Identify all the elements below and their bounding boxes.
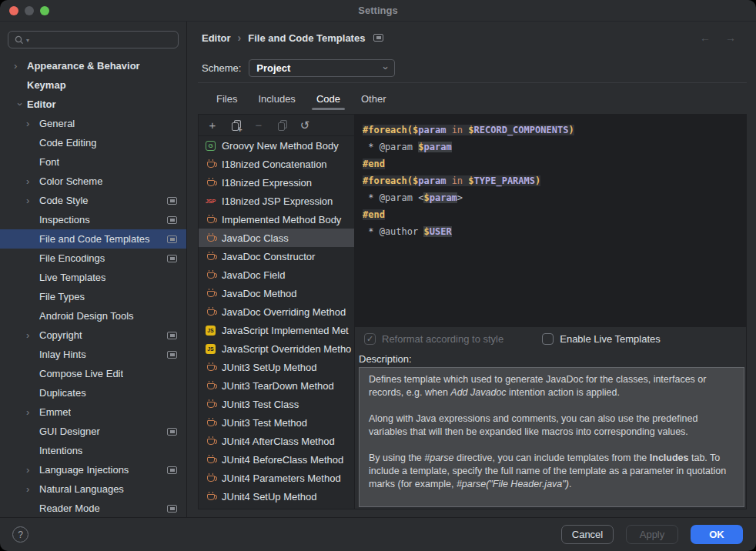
groovy-file-icon: G — [205, 141, 216, 151]
template-list-item[interactable]: Implemented Method Body — [199, 210, 354, 229]
sidebar-item-file-types[interactable]: File Types — [0, 287, 186, 306]
sidebar-item-language-injections[interactable]: ›Language Injections — [0, 460, 186, 479]
search-icon — [14, 35, 25, 45]
sidebar-item-inlay-hints[interactable]: Inlay Hints — [0, 345, 186, 364]
chevron-right-icon[interactable]: › — [26, 195, 39, 205]
settings-sidebar: ▾ ›Appearance & BehaviorKeymap›Editor›Ge… — [0, 22, 187, 517]
java-file-icon — [205, 382, 216, 389]
template-list-item[interactable]: JUnit3 Test Class — [199, 395, 354, 413]
ok-button[interactable]: OK — [691, 525, 743, 544]
breadcrumb-editor[interactable]: Editor — [202, 32, 231, 44]
live-templates-checkbox[interactable] — [542, 333, 554, 345]
tab-files[interactable]: Files — [216, 83, 237, 114]
chevron-right-icon[interactable]: › — [26, 330, 39, 340]
footer: ? Cancel Apply OK — [0, 517, 756, 551]
add-icon[interactable]: + — [206, 119, 219, 132]
template-list-item[interactable]: JavaDoc Field — [199, 265, 354, 284]
monitor-icon — [167, 197, 177, 205]
sidebar-item-inspections[interactable]: Inspections — [0, 210, 186, 229]
tab-other[interactable]: Other — [361, 83, 386, 114]
template-list-item[interactable]: JavaDoc Class — [199, 229, 354, 247]
sidebar-item-label: Code Style — [39, 195, 89, 206]
sidebar-item-color-scheme[interactable]: ›Color Scheme — [0, 172, 186, 191]
sidebar-item-file-and-code-templates[interactable]: File and Code Templates — [0, 229, 186, 249]
search-history-chevron-icon[interactable]: ▾ — [26, 38, 29, 44]
revert-icon[interactable]: ↺ — [299, 119, 311, 132]
template-list-item-label: JUnit4 SetUp Method — [222, 491, 317, 503]
sidebar-item-code-editing[interactable]: Code Editing — [0, 133, 186, 152]
monitor-icon — [373, 34, 383, 42]
cancel-button[interactable]: Cancel — [561, 525, 614, 544]
search-input[interactable] — [31, 35, 172, 45]
chevron-right-icon[interactable]: › — [26, 484, 39, 494]
monitor-icon — [167, 332, 177, 339]
sidebar-item-font[interactable]: Font — [0, 152, 186, 172]
sidebar-item-live-templates[interactable]: Live Templates — [0, 268, 186, 287]
template-list-item[interactable]: JUnit3 Test Method — [199, 413, 354, 432]
template-list-item[interactable]: JavaDoc Method — [199, 284, 354, 302]
help-icon[interactable]: ? — [12, 526, 28, 543]
template-code-editor[interactable]: #foreach($param in $RECORD_COMPONENTS) *… — [355, 115, 746, 327]
template-list-item[interactable]: JavaDoc Constructor — [199, 247, 354, 265]
template-list-item[interactable]: JUnit3 TearDown Method — [199, 376, 354, 395]
chevron-right-icon[interactable]: › — [26, 465, 39, 475]
back-arrow-icon[interactable]: ← — [700, 32, 711, 44]
template-list-item[interactable]: JavaDoc Overriding Method — [199, 302, 354, 321]
chevron-right-icon[interactable]: › — [26, 407, 39, 417]
sidebar-item-label: Editor — [27, 99, 56, 110]
sidebar-item-intentions[interactable]: Intentions — [0, 441, 186, 460]
template-list-item[interactable]: I18nized Concatenation — [199, 155, 354, 173]
java-file-icon — [205, 456, 216, 463]
java-file-icon — [205, 161, 216, 168]
minimize-window-icon[interactable] — [25, 6, 34, 15]
sidebar-item-file-encodings[interactable]: File Encodings — [0, 249, 186, 268]
template-list-item[interactable]: JUnit4 Parameters Method — [199, 469, 354, 487]
sidebar-item-label: Natural Languages — [39, 483, 124, 495]
tab-includes[interactable]: Includes — [258, 83, 295, 114]
sidebar-item-reader-mode[interactable]: Reader Mode — [0, 499, 186, 517]
scheme-value: Project — [256, 62, 384, 74]
code-line: * @param $param — [363, 139, 738, 155]
sidebar-item-general[interactable]: ›General — [0, 114, 186, 133]
template-list-item[interactable]: GGroovy New Method Body — [199, 136, 354, 155]
sidebar-item-appearance-behavior[interactable]: ›Appearance & Behavior — [0, 56, 186, 75]
sidebar-item-compose-live-edit[interactable]: Compose Live Edit — [0, 364, 186, 383]
sidebar-item-gui-designer[interactable]: GUI Designer — [0, 422, 186, 441]
template-list-item[interactable]: JSJavaScript Overridden Metho — [199, 339, 354, 358]
sidebar-item-natural-languages[interactable]: ›Natural Languages — [0, 479, 186, 499]
sidebar-item-emmet[interactable]: ›Emmet — [0, 402, 186, 422]
template-list-item-label: JUnit3 Test Class — [222, 399, 299, 410]
template-list-item[interactable]: I18nized Expression — [199, 173, 354, 192]
java-file-icon — [205, 309, 216, 316]
sidebar-item-keymap[interactable]: Keymap — [0, 75, 186, 95]
forward-arrow-icon[interactable]: → — [725, 32, 736, 44]
code-line: #end — [363, 206, 738, 223]
sidebar-item-duplicates[interactable]: Duplicates — [0, 383, 186, 402]
sidebar-item-android-design-tools[interactable]: Android Design Tools — [0, 306, 186, 326]
scheme-select[interactable]: Project › — [249, 59, 395, 77]
apply-button[interactable]: Apply — [626, 525, 678, 544]
template-list-item[interactable]: JUnit4 SetUp Method — [199, 487, 354, 506]
template-list-item-label: JavaScript Implemented Met — [222, 325, 349, 336]
chevron-down-icon[interactable]: › — [15, 98, 25, 111]
template-list-item[interactable]: JUnit3 SetUp Method — [199, 358, 354, 376]
template-list-item[interactable]: JUnit4 AfterClass Method — [199, 432, 354, 450]
tabs: FilesIncludesCodeOther — [198, 83, 747, 114]
template-list-item[interactable]: JUnit4 BeforeClass Method — [199, 450, 354, 469]
sidebar-item-copyright[interactable]: ›Copyright — [0, 326, 186, 345]
chevron-right-icon[interactable]: › — [26, 119, 39, 129]
sidebar-item-editor[interactable]: ›Editor — [0, 95, 186, 114]
sidebar-item-code-style[interactable]: ›Code Style — [0, 191, 186, 210]
zoom-window-icon[interactable] — [40, 6, 49, 15]
sidebar-tree: ›Appearance & BehaviorKeymap›Editor›Gene… — [0, 56, 186, 517]
template-list-item[interactable]: JSJavaScript Implemented Met — [199, 321, 354, 339]
duplicate-icon[interactable]: + — [229, 119, 242, 132]
live-templates-option[interactable]: Enable Live Templates — [542, 333, 661, 345]
template-list-item[interactable]: JSPI18nized JSP Expression — [199, 192, 354, 210]
chevron-right-icon[interactable]: › — [26, 176, 39, 186]
close-window-icon[interactable] — [9, 6, 18, 15]
tab-code[interactable]: Code — [316, 83, 340, 114]
chevron-right-icon[interactable]: › — [14, 61, 27, 71]
search-box[interactable]: ▾ — [8, 31, 179, 48]
template-detail-panel: #foreach($param in $RECORD_COMPONENTS) *… — [355, 115, 746, 509]
